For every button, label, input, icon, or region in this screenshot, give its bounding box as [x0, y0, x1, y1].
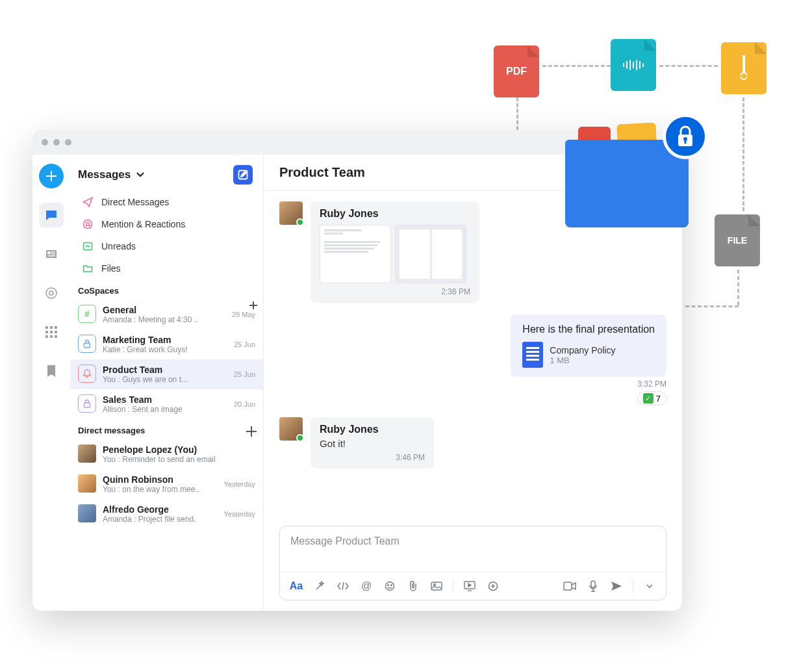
directs-header: Direct messages — [70, 419, 263, 439]
more-button[interactable] — [483, 576, 503, 596]
rail-settings[interactable] — [39, 281, 64, 305]
pdf-file-icon: PDF — [494, 45, 539, 97]
svg-point-34 — [386, 582, 394, 591]
svg-rect-26 — [50, 335, 53, 338]
avatar — [78, 504, 96, 522]
document-icon — [522, 342, 543, 368]
composer-toolbar: Aa @ — [280, 572, 666, 600]
rail-messages[interactable] — [39, 203, 64, 227]
dm-item[interactable]: Penelope Lopez (You)You : Reminder to se… — [70, 439, 263, 469]
video-button[interactable] — [560, 576, 579, 596]
rail-apps[interactable] — [39, 320, 64, 344]
presence-indicator — [296, 434, 304, 442]
mention-button[interactable]: @ — [357, 576, 376, 596]
cospace-item[interactable]: #GeneralAmanda : Meeting at 4:30 ..29 Ma… — [70, 300, 263, 329]
rail-bookmarks[interactable] — [39, 359, 64, 383]
svg-rect-37 — [431, 582, 442, 590]
space-name: Marketing Team — [103, 335, 227, 345]
connector-line — [659, 65, 718, 67]
avatar — [78, 474, 96, 493]
directs-label: Direct messages — [78, 426, 145, 435]
dm-item[interactable]: Quinn RobinsonYou : on the way from mee.… — [70, 469, 263, 499]
space-icon — [78, 394, 96, 413]
svg-rect-23 — [50, 331, 53, 333]
paper-plane-icon — [82, 196, 94, 208]
dm-item[interactable]: Alfredo GeorgeAmanda : Project file send… — [70, 499, 263, 529]
folder-illustration — [565, 123, 695, 227]
magic-button[interactable] — [310, 576, 329, 596]
window-control[interactable] — [42, 139, 48, 146]
svg-rect-22 — [45, 331, 48, 333]
svg-rect-16 — [47, 255, 55, 257]
filter-label: Direct Messages — [101, 197, 169, 207]
avatar[interactable] — [279, 417, 303, 441]
rail-news[interactable] — [39, 242, 64, 266]
format-text-button[interactable]: Aa — [286, 576, 306, 596]
message-sender: Ruby Jones — [320, 208, 470, 220]
unread-icon — [82, 240, 94, 252]
space-date: 20 Jun — [234, 400, 255, 408]
message-row: Ruby Jones Got it! 3:46 PM — [279, 417, 666, 469]
add-direct-button[interactable] — [246, 426, 255, 435]
dm-date: Yesterday — [223, 480, 255, 488]
svg-rect-25 — [45, 335, 48, 338]
composer: Message Product Team Aa @ — [279, 526, 666, 600]
attachment-thumbnail[interactable] — [395, 225, 466, 283]
generic-file-icon: FILE — [715, 214, 760, 266]
svg-rect-24 — [55, 331, 57, 333]
message-bubble: Ruby Jones — [311, 201, 479, 303]
sidebar-title[interactable]: Messages — [78, 168, 233, 181]
filter-direct-messages[interactable]: Direct Messages — [70, 191, 263, 213]
svg-point-29 — [84, 220, 92, 229]
connector-line — [737, 270, 739, 305]
dm-name: Penelope Lopez (You) — [103, 444, 249, 455]
message-time: 2:36 PM — [320, 287, 470, 296]
svg-rect-19 — [45, 326, 48, 329]
check-icon: ✓ — [643, 393, 653, 404]
send-options-button[interactable] — [640, 576, 659, 596]
filter-unreads[interactable]: Unreads — [70, 235, 263, 257]
mic-button[interactable] — [583, 576, 603, 596]
cospaces-header: CoSpaces — [70, 279, 263, 300]
file-name: Company Policy — [550, 345, 615, 355]
sidebar-title-text: Messages — [78, 168, 131, 181]
attach-button[interactable] — [403, 576, 423, 596]
attachment-thumbnail[interactable] — [320, 225, 391, 283]
compose-button[interactable] — [233, 165, 253, 185]
zip-file-icon — [721, 42, 767, 94]
space-preview: Katie : Great work Guys! — [103, 345, 227, 354]
avatar[interactable] — [279, 201, 303, 225]
cospace-item[interactable]: Marketing TeamKatie : Great work Guys!25… — [70, 329, 263, 359]
code-button[interactable] — [333, 576, 353, 596]
screen-record-button[interactable] — [460, 576, 479, 596]
folder-icon — [82, 263, 94, 274]
space-preview: You : Guys we are on t... — [103, 375, 227, 384]
audio-file-icon — [611, 39, 656, 91]
add-space-button[interactable] — [249, 301, 258, 310]
file-attachment[interactable]: Company Policy 1 MB — [522, 342, 655, 368]
add-button[interactable] — [39, 164, 64, 188]
cospace-item[interactable]: Product TeamYou : Guys we are on t...25 … — [70, 359, 263, 389]
emoji-button[interactable] — [380, 576, 400, 596]
lock-icon — [663, 114, 708, 159]
message-input[interactable]: Message Product Team — [280, 526, 666, 572]
window-control[interactable] — [65, 139, 71, 146]
reaction-badge[interactable]: ✓ 7 — [637, 391, 666, 405]
file-size: 1 MB — [550, 355, 615, 365]
svg-rect-13 — [47, 251, 51, 254]
filter-files[interactable]: Files — [70, 257, 263, 279]
svg-rect-20 — [50, 326, 53, 329]
window-control[interactable] — [53, 139, 60, 146]
cospace-item[interactable]: Sales TeamAllison : Sent an image20 Jun — [70, 389, 263, 419]
svg-rect-33 — [84, 403, 90, 407]
image-button[interactable] — [427, 576, 446, 596]
send-button[interactable] — [607, 576, 626, 596]
filter-label: Files — [101, 263, 121, 274]
space-date: 25 Jun — [234, 370, 255, 378]
message-bubble: Ruby Jones Got it! 3:46 PM — [311, 417, 434, 469]
message-time: 3:46 PM — [320, 453, 425, 462]
filter-mentions[interactable]: Mention & Reactions — [70, 213, 263, 235]
svg-rect-27 — [55, 335, 57, 338]
dm-preview: You : Reminder to send an email — [103, 455, 249, 464]
space-icon: # — [78, 305, 96, 323]
